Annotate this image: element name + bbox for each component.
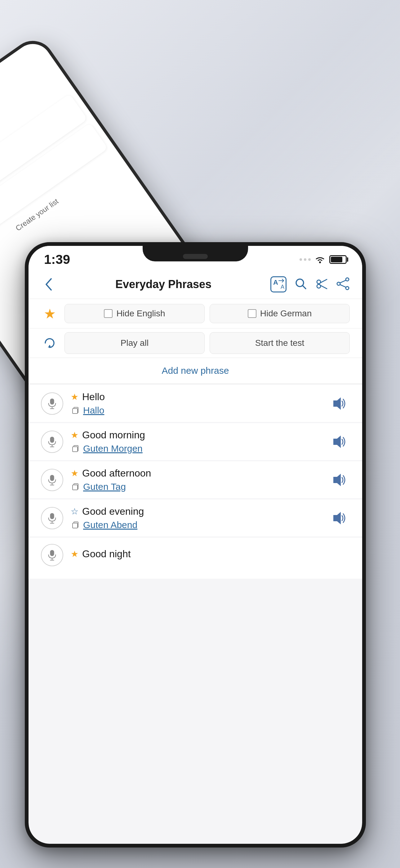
phrase-content-3: ☆ Good evening Guten Abend bbox=[71, 506, 320, 530]
phrase-item: ☆ Good evening Guten Abend bbox=[29, 499, 362, 536]
phrase-content-2: ★ Good afternoon Guten Tag bbox=[71, 468, 320, 492]
phrase-german-1[interactable]: Guten Morgen bbox=[83, 443, 143, 454]
sound-icon-2 bbox=[331, 473, 346, 487]
phrase-english-0: Hello bbox=[82, 391, 105, 403]
hide-german-checkbox[interactable]: Hide German bbox=[210, 304, 350, 323]
phrase-item: ★ Hello Hallo bbox=[29, 385, 362, 422]
phrase-english-1: Good morning bbox=[82, 429, 145, 441]
star-icon: ★ bbox=[44, 306, 56, 321]
sound-icon-0 bbox=[331, 397, 346, 410]
main-notch bbox=[143, 246, 248, 261]
checkbox-box-german bbox=[248, 309, 257, 318]
controls-row: ★ Hide English Hide German bbox=[29, 299, 362, 329]
svg-rect-10 bbox=[72, 408, 77, 413]
hide-english-checkbox[interactable]: Hide English bbox=[65, 304, 205, 323]
status-time: 1:39 bbox=[44, 252, 70, 267]
back-arrow-icon bbox=[44, 278, 53, 291]
star-3[interactable]: ☆ bbox=[71, 506, 78, 517]
mic-button-0[interactable] bbox=[41, 393, 63, 415]
svg-rect-27 bbox=[50, 550, 54, 556]
mic-button-4[interactable] bbox=[41, 544, 63, 566]
side-button-mute bbox=[25, 308, 27, 333]
buttons-row: Play all Start the test bbox=[29, 329, 362, 358]
add-phrase-row: Add new phrase bbox=[29, 358, 362, 384]
svg-rect-7 bbox=[50, 398, 54, 404]
back-button[interactable] bbox=[41, 277, 57, 292]
star-1[interactable]: ★ bbox=[71, 430, 78, 440]
action-buttons: Play all Start the test bbox=[65, 332, 350, 354]
mic-icon-2 bbox=[46, 474, 58, 486]
hide-english-label: Hide English bbox=[116, 309, 165, 318]
translate-arrow-icon bbox=[278, 278, 284, 283]
share-icon bbox=[336, 277, 350, 290]
svg-point-5 bbox=[337, 282, 340, 285]
dot-1 bbox=[300, 258, 302, 261]
refresh-button[interactable] bbox=[41, 334, 58, 352]
side-button-volume-down bbox=[25, 392, 27, 432]
phrase-german-3[interactable]: Guten Abend bbox=[83, 520, 137, 530]
phrase-item: ★ Good night bbox=[29, 538, 362, 579]
share-button[interactable] bbox=[336, 277, 350, 292]
checkbox-group: Hide English Hide German bbox=[65, 304, 350, 323]
phrase-item: ★ Good morning Guten Morgen bbox=[29, 423, 362, 460]
copy-icon-2 bbox=[71, 483, 79, 491]
star-4[interactable]: ★ bbox=[71, 549, 78, 559]
play-all-button[interactable]: Play all bbox=[65, 332, 205, 354]
search-button[interactable] bbox=[294, 277, 308, 292]
star-2[interactable]: ★ bbox=[71, 468, 78, 478]
phrase-german-0[interactable]: Hallo bbox=[83, 405, 104, 416]
mic-icon-4 bbox=[46, 550, 58, 561]
battery-icon bbox=[329, 255, 347, 264]
svg-rect-20 bbox=[72, 485, 77, 490]
translate-button[interactable]: A A bbox=[270, 276, 287, 292]
phrase-content-1: ★ Good morning Guten Morgen bbox=[71, 429, 320, 454]
phrase-english-4: Good night bbox=[82, 548, 131, 560]
phrase-german-2[interactable]: Guten Tag bbox=[83, 482, 126, 492]
scissors-button[interactable] bbox=[315, 277, 329, 292]
sound-button-2[interactable] bbox=[328, 469, 350, 491]
checkbox-box-english bbox=[104, 309, 112, 318]
hide-german-label: Hide German bbox=[260, 309, 312, 318]
star-0[interactable]: ★ bbox=[71, 392, 78, 402]
sound-icon-1 bbox=[331, 435, 346, 448]
nav-actions: A A bbox=[270, 276, 350, 292]
star-filter-button[interactable]: ★ bbox=[41, 305, 58, 322]
svg-marker-26 bbox=[333, 512, 341, 524]
svg-point-4 bbox=[346, 278, 349, 281]
svg-marker-16 bbox=[333, 436, 341, 448]
side-button-power bbox=[363, 354, 366, 416]
phrase-item: ★ Good afternoon Guten Tag bbox=[29, 461, 362, 498]
copy-icon-3 bbox=[71, 521, 79, 529]
nav-header: Everyday Phrases A A bbox=[29, 270, 362, 299]
refresh-icon bbox=[43, 336, 57, 350]
svg-rect-12 bbox=[50, 436, 54, 443]
sound-button-0[interactable] bbox=[328, 393, 350, 415]
start-test-button[interactable]: Start the test bbox=[210, 332, 350, 354]
sound-icon-3 bbox=[331, 511, 346, 525]
status-icons bbox=[300, 255, 347, 264]
mic-icon-1 bbox=[46, 436, 58, 447]
mic-button-1[interactable] bbox=[41, 431, 63, 453]
mic-button-3[interactable] bbox=[41, 507, 63, 529]
phrase-english-2: Good afternoon bbox=[82, 468, 151, 479]
phrase-content-0: ★ Hello Hallo bbox=[71, 391, 320, 416]
search-icon bbox=[294, 277, 308, 290]
phone-main: 1:39 bbox=[25, 242, 366, 847]
dot-2 bbox=[304, 258, 306, 261]
phrase-content-4: ★ Good night bbox=[71, 548, 350, 562]
mic-button-2[interactable] bbox=[41, 469, 63, 491]
mic-icon-0 bbox=[46, 398, 58, 409]
svg-rect-17 bbox=[50, 475, 54, 481]
add-phrase-button[interactable]: Add new phrase bbox=[162, 365, 229, 376]
copy-icon-0 bbox=[71, 406, 79, 415]
sound-button-1[interactable] bbox=[328, 431, 350, 453]
copy-icon-1 bbox=[71, 444, 79, 453]
dot-3 bbox=[308, 258, 311, 261]
svg-point-6 bbox=[346, 286, 349, 290]
svg-marker-21 bbox=[333, 474, 341, 486]
wifi-icon bbox=[314, 255, 326, 264]
scissors-icon bbox=[315, 277, 329, 290]
sound-button-3[interactable] bbox=[328, 507, 350, 529]
svg-rect-15 bbox=[72, 447, 77, 452]
side-button-volume-up bbox=[25, 342, 27, 382]
